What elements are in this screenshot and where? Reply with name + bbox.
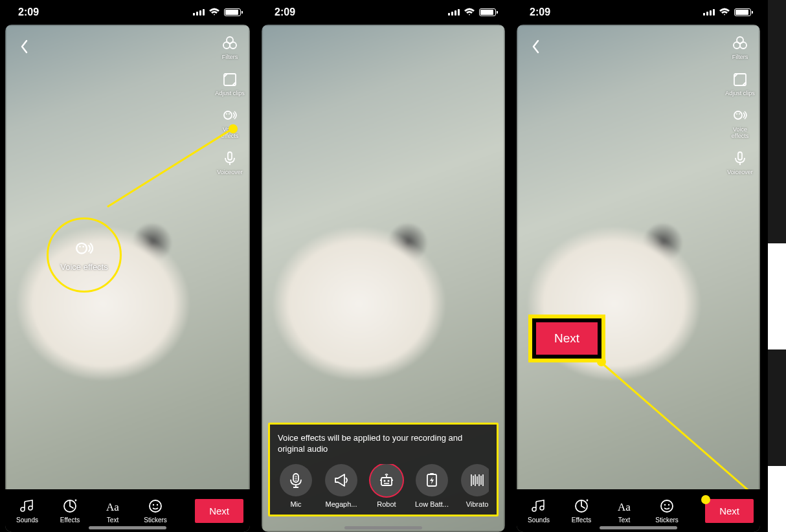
callout-label: Next	[536, 322, 598, 355]
annotation-pointer-dot	[229, 124, 238, 133]
effects-tool[interactable]: Effects	[54, 498, 85, 524]
robot-icon	[370, 464, 403, 496]
megaphone-icon	[325, 464, 357, 496]
filters-tool[interactable]: Filters	[214, 34, 246, 61]
text-icon	[104, 498, 121, 515]
phone-screen-3: 2:09 Filters Adjust clips Voice effects	[510, 0, 765, 532]
filters-icon	[730, 34, 750, 53]
wifi-icon	[719, 8, 730, 17]
voiceover-icon	[220, 149, 240, 168]
annotation-callout-next: Next	[528, 315, 605, 362]
voice-effects-panel: Voice effects will be applied to your re…	[268, 423, 499, 516]
stickers-icon	[658, 498, 675, 515]
stickers-tool[interactable]: Stickers	[140, 498, 171, 524]
home-indicator	[89, 526, 166, 529]
phone-screen-1: 2:09 Filters Adjust clips Voice effects	[0, 0, 255, 532]
next-button[interactable]: Next	[705, 499, 754, 523]
voice-effect-mic[interactable]: Mic	[278, 464, 314, 508]
sounds-icon	[530, 498, 547, 515]
sounds-icon	[19, 498, 36, 515]
annotation-pointer-dot	[701, 495, 710, 504]
battery-icon	[224, 8, 241, 16]
back-button[interactable]	[526, 36, 546, 57]
low-battery-icon	[416, 464, 448, 496]
sounds-tool[interactable]: Sounds	[12, 498, 43, 524]
voiceover-label: Voiceover	[217, 170, 243, 176]
home-indicator	[344, 526, 422, 529]
signal-icon	[703, 9, 715, 16]
stickers-tool[interactable]: Stickers	[651, 498, 682, 524]
voice-effects-tool[interactable]: Voice effects	[214, 106, 246, 140]
voice-effect-vibrato[interactable]: Vibrato	[459, 464, 489, 508]
text-icon	[616, 498, 633, 515]
text-tool[interactable]: Text	[97, 498, 128, 524]
adjust-clips-icon	[730, 70, 750, 89]
vibrato-icon	[461, 464, 489, 496]
status-time: 2:09	[530, 6, 550, 18]
effects-tool[interactable]: Effects	[566, 498, 597, 524]
right-tool-rail: Filters Adjust clips Voice effects Voice…	[214, 34, 246, 175]
home-indicator	[600, 526, 677, 529]
status-time: 2:09	[18, 6, 39, 18]
voice-effect-megaphone[interactable]: Megaph...	[323, 464, 359, 508]
effects-icon	[573, 498, 590, 515]
voice-effects-row[interactable]: Mic Megaph... Robot Low Batt... Vibrato	[278, 464, 489, 508]
voice-effects-message: Voice effects will be applied to your re…	[278, 432, 489, 455]
filters-icon	[220, 34, 240, 53]
adjust-clips-label: Adjust clips	[215, 91, 245, 97]
phone-screen-2: 2:09 Voice effects will be applied to yo…	[255, 0, 510, 532]
mic-icon	[280, 464, 312, 496]
right-tool-rail: Filters Adjust clips Voice effects Voice…	[724, 34, 756, 175]
callout-label: Voice effects	[60, 263, 107, 272]
wifi-icon	[208, 8, 220, 17]
voice-effects-icon	[73, 238, 95, 260]
back-button[interactable]	[14, 36, 35, 57]
voiceover-icon	[730, 149, 750, 168]
signal-icon	[193, 9, 205, 16]
annotation-callout-voice-effects: Voice effects	[47, 217, 122, 293]
voice-effects-icon	[730, 106, 750, 126]
next-button[interactable]: Next	[195, 499, 243, 523]
voiceover-tool[interactable]: Voiceover	[214, 149, 246, 176]
voice-effect-low-battery[interactable]: Low Batt...	[414, 464, 450, 508]
voice-effects-icon	[220, 106, 240, 126]
status-time: 2:09	[275, 6, 295, 18]
effects-icon	[62, 498, 78, 515]
filters-tool[interactable]: Filters	[724, 34, 756, 61]
battery-icon	[734, 8, 751, 16]
status-bar: 2:09	[256, 0, 510, 25]
adjust-clips-icon	[220, 70, 240, 89]
wifi-icon	[464, 8, 475, 17]
battery-icon	[479, 8, 496, 16]
adjust-clips-tool[interactable]: Adjust clips	[214, 70, 246, 97]
sounds-tool[interactable]: Sounds	[523, 498, 554, 524]
signal-icon	[448, 9, 460, 16]
text-tool[interactable]: Text	[609, 498, 640, 524]
voice-effect-robot[interactable]: Robot	[368, 464, 405, 508]
adjust-clips-tool[interactable]: Adjust clips	[724, 70, 756, 97]
status-bar: 2:09	[0, 0, 255, 25]
status-bar: 2:09	[511, 0, 765, 25]
stickers-icon	[147, 498, 164, 515]
voice-effects-tool[interactable]: Voice effects	[724, 106, 756, 140]
filters-label: Filters	[222, 54, 238, 61]
page-margin-decoration	[768, 0, 786, 532]
voiceover-tool[interactable]: Voiceover	[724, 149, 756, 176]
